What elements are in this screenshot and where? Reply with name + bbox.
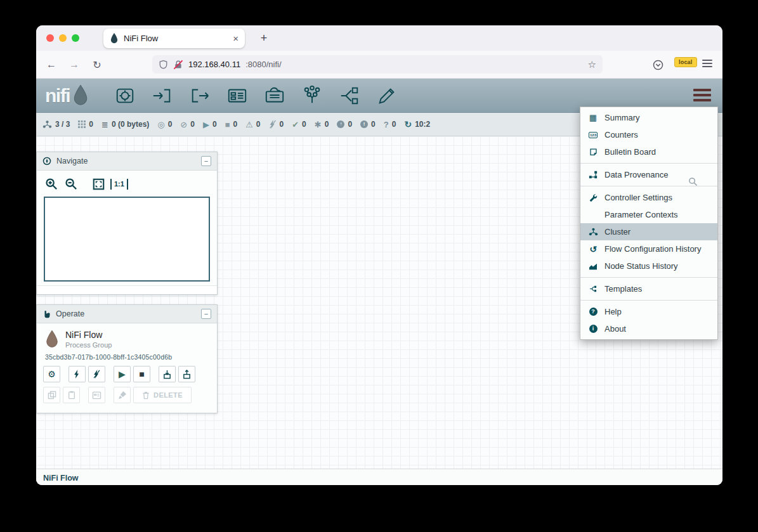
not-transmitting-icon: ⊘ [180,120,187,129]
bulletin-note-icon [587,148,599,156]
history-icon: ↺ [587,244,599,254]
funnel-icon[interactable] [301,85,323,107]
breadcrumb-bar: NiFi Flow [36,469,722,485]
color-brush-button[interactable] [114,387,131,403]
menu-item-cluster[interactable]: Cluster [580,223,717,240]
start-button[interactable]: ▶ [114,366,131,382]
refresh-icon[interactable]: ↻ [404,119,412,129]
up-to-date-icon: ✔ [292,120,299,129]
birdseye-minimap[interactable] [44,197,210,282]
forward-button[interactable]: → [65,56,83,74]
up-to-date-status: ✔ 0 [292,120,306,129]
close-window-button[interactable] [46,34,54,42]
invalid-status: ⚠ 0 [245,120,260,129]
template-icon[interactable] [339,85,360,107]
configure-button[interactable]: ⚙ [43,366,60,382]
remote-process-group-icon[interactable] [264,85,285,107]
nifi-favicon-drop-icon [110,33,119,44]
new-tab-button[interactable]: + [256,30,271,46]
reload-button[interactable]: ↻ [88,56,106,74]
collapse-navigate-button[interactable]: − [201,156,211,166]
output-port-icon[interactable] [189,85,211,107]
locally-modified-and-stale-status: ! 0 [360,120,376,129]
menu-item-parameter-contexts[interactable]: Parameter Contexts [580,206,717,223]
browser-tab[interactable]: NiFi Flow × [103,29,245,48]
stale-icon: ↑ [337,120,344,128]
menu-item-about[interactable]: i About [580,320,717,337]
chart-icon [587,263,599,270]
import-template-button[interactable] [159,366,176,382]
about-icon: i [587,325,599,333]
collapse-operate-button[interactable]: − [201,309,211,319]
menu-item-node-status-history[interactable]: Node Status History [580,257,717,275]
locally-modified-status: ✱ 0 [315,120,329,129]
help-icon: ? [587,308,599,316]
zoom-window-button[interactable] [72,34,79,42]
back-button[interactable]: ← [42,56,60,74]
cluster-icon [42,120,52,129]
zoom-actual-size-button[interactable]: 1:1 [110,179,128,190]
minimize-window-button[interactable] [59,34,67,42]
copy-button[interactable] [43,387,60,403]
transmitting-status: ◎ 0 [157,120,172,129]
menu-divider [580,300,717,301]
operate-palette: Operate − NiFi Flow Process Group 35cbd3… [36,304,218,413]
insecure-lock-icon[interactable] [173,60,183,70]
stale-status: ↑ 0 [337,120,352,129]
active-threads-icon [78,120,86,128]
create-template-button[interactable] [178,366,195,382]
menu-item-controller-settings[interactable]: Controller Settings [580,189,717,206]
disable-button[interactable] [88,366,105,382]
refresh-status: ↻ 10:2 [404,119,430,129]
menu-item-templates[interactable]: Templates [580,280,717,297]
pocket-icon[interactable] [649,56,667,74]
stop-button[interactable]: ■ [133,366,150,382]
zoom-fit-button[interactable] [91,176,106,191]
paste-button[interactable] [63,387,80,403]
menu-item-help[interactable]: ? Help [580,303,717,320]
running-status: ▶ 0 [203,120,217,129]
global-menu-icon[interactable] [693,89,711,101]
disabled-icon [269,120,277,129]
sync-failure-icon: ? [384,120,389,129]
label-icon[interactable] [376,85,398,107]
input-port-icon[interactable] [152,85,173,107]
browser-menu-icon[interactable] [702,60,712,67]
tracking-shield-icon[interactable] [159,60,168,70]
navigate-toolbar: 1:1 [37,171,217,193]
wrench-icon [587,193,599,202]
menu-item-bulletin-board[interactable]: Bulletin Board [580,143,717,160]
trash-icon [142,391,150,399]
zoom-out-button[interactable] [63,176,79,191]
search-icon[interactable] [688,177,698,189]
cluster-status: 3 / 3 [42,120,70,129]
counters-icon: 123 [587,132,599,138]
locally-modified-and-stale-icon: ! [360,120,368,128]
nifi-logo-drop-icon [72,85,89,106]
navigate-palette: Navigate − 1:1 [36,152,218,295]
selected-component: NiFi Flow Process Group [37,323,217,350]
summary-table-icon: ▦ [587,113,599,122]
bookmark-star-icon[interactable]: ☆ [588,59,596,70]
zoom-in-button[interactable] [44,176,59,191]
menu-item-counters[interactable]: 123 Counters [580,126,717,143]
stopped-status: ■ 0 [225,120,238,129]
tab-close-icon[interactable]: × [233,34,239,43]
process-group-icon[interactable] [226,85,248,107]
global-menu: ▦ Summary 123 Counters Bulletin Board D [580,107,718,340]
menu-item-flow-configuration-history[interactable]: ↺ Flow Configuration History [580,240,717,257]
breadcrumb[interactable]: NiFi Flow [43,474,79,483]
processor-icon[interactable] [114,85,136,107]
nifi-logo-text: nifi [45,85,70,107]
nifi-logo: nifi [45,85,89,107]
menu-item-summary[interactable]: ▦ Summary [580,109,717,126]
enable-button[interactable] [69,366,86,382]
group-button[interactable] [88,387,105,403]
delete-button[interactable]: DELETE [133,387,192,403]
operate-buttons-row-1: ⚙ ▶ ■ [37,366,217,382]
provenance-icon [587,171,599,179]
window-controls [46,34,79,42]
address-bar[interactable]: 192.168.40.11:8080/nifi/ ☆ [152,55,603,74]
compass-icon [42,157,51,165]
container-tab-badge[interactable]: local [674,57,697,67]
